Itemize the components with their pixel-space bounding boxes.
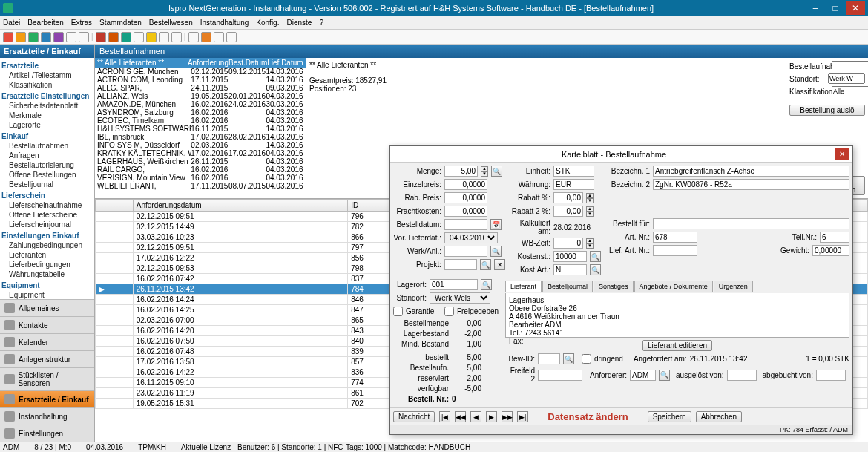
save-button[interactable]: Speichern bbox=[648, 411, 691, 422]
tree-item[interactable]: Offene Lieferscheine bbox=[1, 210, 93, 220]
tree-item[interactable]: Artikel-/Teilestamm bbox=[1, 71, 93, 80]
dialog-titlebar[interactable]: Karteiblatt - Bestellaufnahme ✕ bbox=[390, 146, 852, 163]
supplier-list[interactable]: ** Alle Lieferanten **AnforderungBest.Da… bbox=[95, 58, 306, 198]
tool-icon[interactable] bbox=[226, 32, 237, 42]
werkanl-input[interactable] bbox=[444, 246, 487, 257]
grid-col-header[interactable] bbox=[96, 200, 134, 212]
nav-first-icon[interactable]: |◀ bbox=[439, 411, 450, 422]
supplier-row[interactable]: WEBLIEFERANT,17.11.201508.07.201504.03.2… bbox=[95, 182, 306, 190]
freifeld2-input[interactable] bbox=[538, 370, 582, 381]
nav-button[interactable]: Kontakte bbox=[0, 316, 94, 333]
tool-icon[interactable] bbox=[3, 32, 13, 42]
fracht-input[interactable] bbox=[444, 206, 487, 217]
order-button[interactable]: Bestellung auslö bbox=[789, 105, 865, 116]
tool-icon[interactable] bbox=[121, 32, 131, 42]
spinner[interactable]: ▲▼ bbox=[586, 193, 594, 203]
dialog-tab[interactable]: Urgenzen bbox=[714, 281, 753, 292]
menu-item[interactable]: Instandhaltung bbox=[200, 19, 249, 27]
menu-item[interactable]: Extras bbox=[71, 19, 92, 27]
supplier-row[interactable]: ALLG. SPAR,24.11.201509.03.2016 bbox=[95, 84, 306, 92]
tree-item[interactable]: Klassifikation bbox=[1, 80, 93, 90]
tree-item[interactable]: Equipment bbox=[1, 290, 93, 299]
wahrung-input[interactable] bbox=[553, 179, 594, 190]
tree-item[interactable]: Bestelljournal bbox=[1, 180, 93, 189]
kostart-input[interactable] bbox=[553, 264, 587, 275]
nav-back-icon[interactable]: ◀ bbox=[470, 411, 481, 422]
search-icon[interactable]: 🔍 bbox=[480, 259, 491, 270]
calendar-icon[interactable]: 📅 bbox=[490, 219, 502, 230]
lieferant-edit-button[interactable]: Lieferant editieren bbox=[642, 340, 712, 351]
tree-item[interactable]: Lieferbedingungen bbox=[1, 260, 93, 269]
menu-item[interactable]: Dienste bbox=[286, 19, 312, 27]
supplier-row[interactable]: AMAZON.DE, München16.02.201624.02.201630… bbox=[95, 100, 306, 108]
tree-group[interactable]: Einstellungen Einkauf bbox=[1, 231, 93, 240]
bewid-input[interactable] bbox=[538, 353, 560, 364]
grid-col-header[interactable]: Anforderungsdatum bbox=[133, 200, 347, 212]
dialog-tab[interactable]: Lieferant bbox=[505, 281, 542, 292]
kostenst-input[interactable] bbox=[553, 251, 587, 262]
supplier-row[interactable]: RAIL CARGO,16.02.201604.03.2016 bbox=[95, 166, 306, 174]
dringend-checkbox[interactable] bbox=[582, 353, 591, 364]
tool-icon[interactable] bbox=[134, 32, 144, 42]
clear-icon[interactable]: ✕ bbox=[494, 259, 505, 270]
menu-item[interactable]: Stammdaten bbox=[99, 19, 142, 27]
abgebucht-input[interactable] bbox=[816, 370, 846, 381]
supplier-row[interactable]: KRATKY KÄLTETECHNIK, Wien17.02.201617.02… bbox=[95, 149, 306, 157]
rabpreis-input[interactable] bbox=[444, 192, 487, 203]
bestelldatum-input[interactable] bbox=[444, 219, 487, 230]
supplier-row[interactable]: ASYNDROM, Salzburg16.02.201604.03.2016 bbox=[95, 108, 306, 117]
bez1-input[interactable] bbox=[653, 166, 849, 177]
anforderer-input[interactable] bbox=[630, 370, 656, 381]
tool-icon[interactable] bbox=[188, 32, 199, 42]
tree-item[interactable]: Lieferanten bbox=[1, 250, 93, 260]
supplier-row[interactable]: ALLIANZ, Wels19.05.201520.01.201604.03.2… bbox=[95, 92, 306, 100]
filter-input[interactable] bbox=[832, 61, 868, 71]
einheit-input[interactable] bbox=[553, 166, 594, 177]
nachricht-button[interactable]: Nachricht bbox=[393, 411, 435, 422]
bestelltfur-input[interactable] bbox=[653, 218, 849, 229]
search-icon[interactable]: 🔍 bbox=[491, 166, 502, 177]
tool-icon[interactable] bbox=[79, 32, 89, 42]
tool-icon[interactable] bbox=[41, 32, 51, 42]
gewicht-input[interactable] bbox=[812, 245, 849, 256]
tree-group[interactable]: Ersatzteile bbox=[1, 61, 93, 71]
tree-group[interactable]: Lieferschein bbox=[1, 191, 93, 200]
supplier-row[interactable]: H&H SYSTEMS SOFTWARE GmbH, Thalh16.11.20… bbox=[95, 125, 306, 133]
search-icon[interactable]: 🔍 bbox=[590, 264, 601, 275]
cancel-button[interactable]: Abbrechen bbox=[696, 411, 742, 422]
artnr-input[interactable] bbox=[653, 232, 697, 243]
filter-input[interactable] bbox=[832, 86, 868, 96]
bez2-input[interactable] bbox=[653, 179, 849, 190]
tree-item[interactable]: Merkmale bbox=[1, 111, 93, 120]
dialog-close-button[interactable]: ✕ bbox=[835, 148, 849, 160]
search-icon[interactable]: 🔍 bbox=[490, 246, 502, 257]
tree-group[interactable]: Ersatzteile Einstellungen bbox=[1, 91, 93, 101]
liefartnr-input[interactable] bbox=[653, 245, 697, 256]
supplier-row[interactable]: ACRONIS GE, München02.12.201509.12.20151… bbox=[95, 68, 306, 76]
search-icon[interactable]: 🔍 bbox=[659, 370, 670, 381]
vorlieferdat-select[interactable]: 04.03.2016 bbox=[444, 232, 498, 243]
tree-item[interactable]: Lieferscheinaufnahme bbox=[1, 200, 93, 210]
nav-button[interactable]: Ersatzteile / Einkauf bbox=[0, 390, 94, 407]
tree-item[interactable]: Offene Bestellungen bbox=[1, 170, 93, 180]
einzelpreis-input[interactable] bbox=[444, 179, 487, 190]
nav-button[interactable]: Stücklisten / Sensoren bbox=[0, 367, 94, 390]
tree-item[interactable]: Bestellautorisierung bbox=[1, 160, 93, 170]
spinner[interactable]: ▲▼ bbox=[586, 238, 594, 249]
tool-icon[interactable] bbox=[28, 32, 39, 42]
wbzeit-input[interactable] bbox=[553, 238, 583, 249]
ausgelost-input[interactable] bbox=[727, 370, 757, 381]
nav-next-icon[interactable]: ▶▶ bbox=[502, 411, 513, 422]
tool-icon[interactable] bbox=[146, 32, 157, 42]
teilnr-input[interactable] bbox=[820, 232, 849, 243]
tree-item[interactable]: Sicherheitsdatenblatt bbox=[1, 101, 93, 111]
tree-item[interactable]: Währungstabelle bbox=[1, 269, 93, 279]
filter-input[interactable] bbox=[828, 73, 865, 84]
nav-button[interactable]: Einstellungen bbox=[0, 425, 94, 442]
dialog-tab[interactable]: Bestelljournal bbox=[542, 281, 593, 292]
menge-input[interactable] bbox=[444, 166, 478, 177]
maximize-button[interactable]: □ bbox=[826, 1, 845, 15]
tool-icon[interactable] bbox=[53, 32, 64, 42]
menu-item[interactable]: Bestellwesen bbox=[149, 19, 193, 27]
search-icon[interactable]: 🔍 bbox=[563, 353, 574, 364]
